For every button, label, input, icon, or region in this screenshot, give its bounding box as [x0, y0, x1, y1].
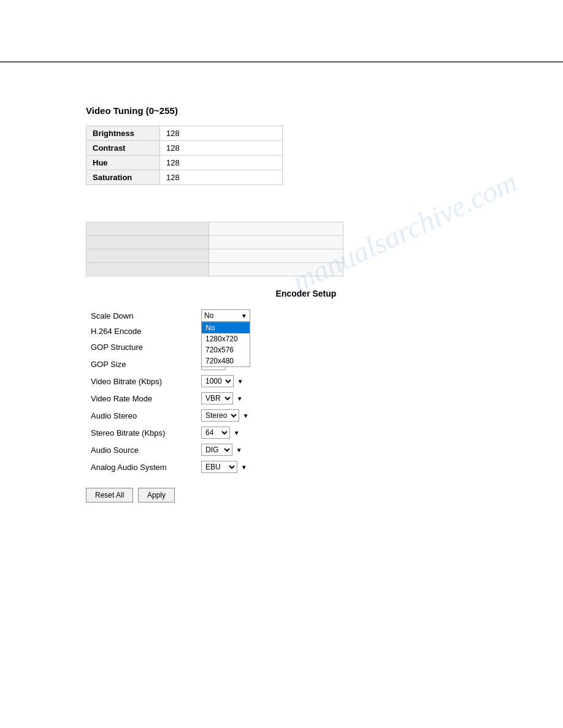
chevron-down-icon: ▼ — [237, 378, 243, 385]
scale-down-cell: No ▼ No 1280x720 720x576 720x480 — [196, 307, 258, 324]
dropdown-option-no[interactable]: No — [202, 322, 250, 333]
table-row — [86, 263, 343, 276]
scale-down-dropdown-list[interactable]: No 1280x720 720x576 720x480 — [201, 322, 250, 367]
chevron-down-icon: ▼ — [236, 447, 242, 453]
h264-label: H.264 Encode — [86, 324, 196, 338]
audio-source-cell: DIG ANA ▼ — [196, 441, 258, 458]
analog-audio-system-select[interactable]: EBU NTSC — [201, 461, 237, 473]
saturation-label: Saturation — [86, 170, 160, 185]
encoder-setup-table: Scale Down No ▼ No 1280x720 720x576 720x… — [86, 307, 258, 476]
chevron-down-icon: ▼ — [234, 430, 240, 436]
chevron-down-icon: ▼ — [241, 464, 247, 471]
video-bitrate-select[interactable]: 1000 2000 4000 — [201, 375, 234, 387]
hue-label: Hue — [86, 156, 160, 170]
reset-all-button[interactable]: Reset All — [86, 488, 133, 502]
audio-stereo-select[interactable]: Stereo Mono — [201, 409, 239, 422]
table-row: Hue 128 — [86, 156, 283, 170]
scale-down-row: Scale Down No ▼ No 1280x720 720x576 720x… — [86, 307, 258, 324]
analog-audio-system-label: Analog Audio System — [86, 458, 196, 476]
contrast-label: Contrast — [86, 141, 160, 156]
table-row: Saturation 128 — [86, 170, 283, 185]
video-rate-mode-select[interactable]: VBR CBR — [201, 392, 233, 404]
chevron-down-icon: ▼ — [243, 412, 249, 419]
scale-down-trigger-text: No — [204, 311, 239, 320]
table-row — [86, 249, 343, 263]
table-row — [86, 222, 343, 236]
encoder-setup-title: Encoder Setup — [86, 289, 526, 298]
chevron-down-icon: ▼ — [241, 313, 247, 319]
audio-stereo-label: Audio Stereo — [86, 407, 196, 424]
audio-stereo-row: Audio Stereo Stereo Mono ▼ — [86, 407, 258, 424]
hue-value: 128 — [160, 156, 283, 170]
stereo-bitrate-label: Stereo Bitrate (Kbps) — [86, 424, 196, 441]
video-bitrate-label: Video Bitrate (Kbps) — [86, 373, 196, 390]
scale-down-dropdown-container[interactable]: No ▼ No 1280x720 720x576 720x480 — [201, 309, 250, 322]
dropdown-option-1280x720[interactable]: 1280x720 — [202, 333, 250, 344]
video-tuning-title: Video Tuning (0~255) — [86, 105, 526, 116]
audio-source-row: Audio Source DIG ANA ▼ — [86, 441, 258, 458]
unknown-table — [86, 222, 343, 276]
video-bitrate-row: Video Bitrate (Kbps) 1000 2000 4000 ▼ — [86, 373, 258, 390]
gop-size-label: GOP Size — [86, 355, 196, 373]
analog-audio-system-row: Analog Audio System EBU NTSC ▼ — [86, 458, 258, 476]
brightness-value: 128 — [160, 126, 283, 141]
saturation-value: 128 — [160, 170, 283, 185]
scale-down-label: Scale Down — [86, 307, 196, 324]
video-rate-mode-label: Video Rate Mode — [86, 390, 196, 407]
gop-structure-label: GOP Structure — [86, 338, 196, 355]
analog-audio-system-cell: EBU NTSC ▼ — [196, 458, 258, 476]
table-row: Brightness 128 — [86, 126, 283, 141]
button-row: Reset All Apply — [86, 488, 526, 502]
audio-source-select[interactable]: DIG ANA — [201, 444, 232, 456]
dropdown-option-720x480[interactable]: 720x480 — [202, 355, 250, 366]
audio-stereo-cell: Stereo Mono ▼ — [196, 407, 258, 424]
video-bitrate-cell: 1000 2000 4000 ▼ — [196, 373, 258, 390]
video-rate-mode-row: Video Rate Mode VBR CBR ▼ — [86, 390, 258, 407]
apply-button[interactable]: Apply — [138, 488, 175, 502]
chevron-down-icon: ▼ — [237, 395, 243, 402]
table-row: Contrast 128 — [86, 141, 283, 156]
video-rate-mode-cell: VBR CBR ▼ — [196, 390, 258, 407]
brightness-label: Brightness — [86, 126, 160, 141]
table-row — [86, 236, 343, 249]
stereo-bitrate-select[interactable]: 32 64 128 192 256 — [201, 427, 230, 439]
contrast-value: 128 — [160, 141, 283, 156]
video-tuning-table: Brightness 128 Contrast 128 Hue 128 Satu… — [86, 126, 283, 185]
stereo-bitrate-row: Stereo Bitrate (Kbps) 32 64 128 192 256 … — [86, 424, 258, 441]
audio-source-label: Audio Source — [86, 441, 196, 458]
scale-down-dropdown-trigger[interactable]: No ▼ — [201, 309, 250, 322]
dropdown-option-720x576[interactable]: 720x576 — [202, 344, 250, 355]
stereo-bitrate-cell: 32 64 128 192 256 ▼ — [196, 424, 258, 441]
